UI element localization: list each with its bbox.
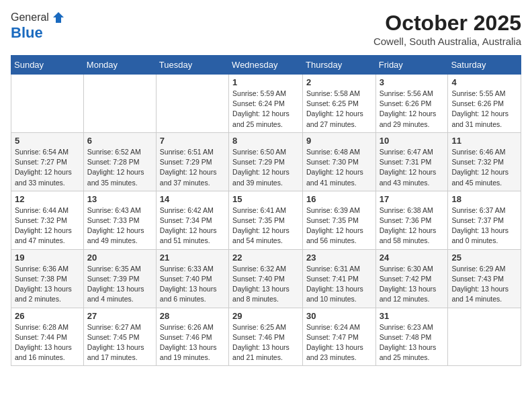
calendar-week-1: 1Sunrise: 5:59 AM Sunset: 6:24 PM Daylig… xyxy=(11,75,521,133)
cell-content: Sunrise: 6:42 AM Sunset: 7:34 PM Dayligh… xyxy=(160,205,225,246)
calendar-cell: 23Sunrise: 6:31 AM Sunset: 7:41 PM Dayli… xyxy=(303,249,376,308)
day-number: 23 xyxy=(306,253,372,263)
calendar-cell xyxy=(83,75,156,133)
cell-content: Sunrise: 6:54 AM Sunset: 7:27 PM Dayligh… xyxy=(15,147,80,188)
day-number: 1 xyxy=(232,77,299,87)
calendar-cell xyxy=(11,75,84,133)
cell-content: Sunrise: 6:37 AM Sunset: 7:37 PM Dayligh… xyxy=(451,205,517,246)
day-number: 31 xyxy=(380,311,445,321)
day-number: 18 xyxy=(451,194,517,204)
cell-content: Sunrise: 6:28 AM Sunset: 7:44 PM Dayligh… xyxy=(15,322,80,363)
calendar-cell xyxy=(448,308,521,366)
day-number: 20 xyxy=(87,253,152,263)
calendar-cell: 22Sunrise: 6:32 AM Sunset: 7:40 PM Dayli… xyxy=(229,249,303,308)
day-number: 9 xyxy=(306,136,372,146)
calendar-cell: 25Sunrise: 6:29 AM Sunset: 7:43 PM Dayli… xyxy=(448,249,521,308)
calendar-table: SundayMondayTuesdayWednesdayThursdayFrid… xyxy=(11,55,521,366)
header-day-wednesday: Wednesday xyxy=(229,56,303,75)
day-number: 4 xyxy=(451,77,517,87)
cell-content: Sunrise: 6:25 AM Sunset: 7:46 PM Dayligh… xyxy=(232,322,299,363)
cell-content: Sunrise: 6:30 AM Sunset: 7:42 PM Dayligh… xyxy=(380,264,445,305)
cell-content: Sunrise: 6:27 AM Sunset: 7:45 PM Dayligh… xyxy=(87,322,152,363)
calendar-cell: 30Sunrise: 6:24 AM Sunset: 7:47 PM Dayli… xyxy=(303,308,376,366)
cell-content: Sunrise: 6:44 AM Sunset: 7:32 PM Dayligh… xyxy=(15,205,80,246)
cell-content: Sunrise: 6:31 AM Sunset: 7:41 PM Dayligh… xyxy=(306,264,372,305)
header-day-friday: Friday xyxy=(375,56,448,75)
day-number: 15 xyxy=(232,194,299,204)
logo-general-text: General xyxy=(11,11,49,24)
calendar-cell: 12Sunrise: 6:44 AM Sunset: 7:32 PM Dayli… xyxy=(11,191,84,249)
calendar-cell: 6Sunrise: 6:52 AM Sunset: 7:28 PM Daylig… xyxy=(83,132,156,191)
calendar-week-2: 5Sunrise: 6:54 AM Sunset: 7:27 PM Daylig… xyxy=(11,132,521,191)
day-number: 22 xyxy=(232,253,299,263)
calendar-week-4: 19Sunrise: 6:36 AM Sunset: 7:38 PM Dayli… xyxy=(11,249,521,308)
header-day-saturday: Saturday xyxy=(448,56,521,75)
day-number: 6 xyxy=(87,136,152,146)
day-number: 13 xyxy=(87,194,152,204)
calendar-cell: 29Sunrise: 6:25 AM Sunset: 7:46 PM Dayli… xyxy=(229,308,303,366)
day-number: 26 xyxy=(15,311,80,321)
cell-content: Sunrise: 6:51 AM Sunset: 7:29 PM Dayligh… xyxy=(160,147,225,188)
svg-marker-0 xyxy=(53,12,64,23)
header-day-tuesday: Tuesday xyxy=(156,56,228,75)
header-day-thursday: Thursday xyxy=(303,56,376,75)
cell-content: Sunrise: 6:24 AM Sunset: 7:47 PM Dayligh… xyxy=(306,322,372,363)
calendar-cell: 27Sunrise: 6:27 AM Sunset: 7:45 PM Dayli… xyxy=(83,308,156,366)
header-day-sunday: Sunday xyxy=(11,56,84,75)
calendar-cell: 28Sunrise: 6:26 AM Sunset: 7:46 PM Dayli… xyxy=(156,308,228,366)
calendar-cell: 24Sunrise: 6:30 AM Sunset: 7:42 PM Dayli… xyxy=(375,249,448,308)
day-number: 28 xyxy=(160,311,225,321)
day-number: 27 xyxy=(87,311,152,321)
day-number: 12 xyxy=(15,194,80,204)
day-number: 2 xyxy=(306,77,372,87)
calendar-cell: 11Sunrise: 6:46 AM Sunset: 7:32 PM Dayli… xyxy=(448,132,521,191)
logo-icon xyxy=(52,11,65,24)
calendar-cell: 19Sunrise: 6:36 AM Sunset: 7:38 PM Dayli… xyxy=(11,249,84,308)
day-number: 25 xyxy=(451,253,517,263)
page-header: General Blue October 2025 Cowell, South … xyxy=(11,11,521,47)
title-block: October 2025 Cowell, South Australia, Au… xyxy=(373,11,521,47)
day-number: 19 xyxy=(15,253,80,263)
cell-content: Sunrise: 6:29 AM Sunset: 7:43 PM Dayligh… xyxy=(451,264,517,305)
day-number: 14 xyxy=(160,194,225,204)
cell-content: Sunrise: 6:43 AM Sunset: 7:33 PM Dayligh… xyxy=(87,205,152,246)
calendar-cell: 8Sunrise: 6:50 AM Sunset: 7:29 PM Daylig… xyxy=(229,132,303,191)
day-number: 11 xyxy=(451,136,517,146)
day-number: 5 xyxy=(15,136,80,146)
month-title: October 2025 xyxy=(373,11,521,36)
calendar-header-row: SundayMondayTuesdayWednesdayThursdayFrid… xyxy=(11,56,521,75)
day-number: 3 xyxy=(380,77,445,87)
cell-content: Sunrise: 6:39 AM Sunset: 7:35 PM Dayligh… xyxy=(306,205,372,246)
calendar-cell: 14Sunrise: 6:42 AM Sunset: 7:34 PM Dayli… xyxy=(156,191,228,249)
cell-content: Sunrise: 5:59 AM Sunset: 6:24 PM Dayligh… xyxy=(232,89,299,130)
day-number: 7 xyxy=(160,136,225,146)
calendar-cell: 5Sunrise: 6:54 AM Sunset: 7:27 PM Daylig… xyxy=(11,132,84,191)
cell-content: Sunrise: 6:41 AM Sunset: 7:35 PM Dayligh… xyxy=(232,205,299,246)
calendar-cell: 21Sunrise: 6:33 AM Sunset: 7:40 PM Dayli… xyxy=(156,249,228,308)
day-number: 17 xyxy=(380,194,445,204)
cell-content: Sunrise: 6:32 AM Sunset: 7:40 PM Dayligh… xyxy=(232,264,299,305)
cell-content: Sunrise: 6:46 AM Sunset: 7:32 PM Dayligh… xyxy=(451,147,517,188)
calendar-cell xyxy=(156,75,228,133)
calendar-cell: 17Sunrise: 6:38 AM Sunset: 7:36 PM Dayli… xyxy=(375,191,448,249)
calendar-cell: 15Sunrise: 6:41 AM Sunset: 7:35 PM Dayli… xyxy=(229,191,303,249)
logo: General Blue xyxy=(11,11,65,42)
calendar-cell: 10Sunrise: 6:47 AM Sunset: 7:31 PM Dayli… xyxy=(375,132,448,191)
day-number: 21 xyxy=(160,253,225,263)
cell-content: Sunrise: 6:23 AM Sunset: 7:48 PM Dayligh… xyxy=(380,322,445,363)
calendar-cell: 18Sunrise: 6:37 AM Sunset: 7:37 PM Dayli… xyxy=(448,191,521,249)
calendar-cell: 1Sunrise: 5:59 AM Sunset: 6:24 PM Daylig… xyxy=(229,75,303,133)
day-number: 30 xyxy=(306,311,372,321)
calendar-cell: 2Sunrise: 5:58 AM Sunset: 6:25 PM Daylig… xyxy=(303,75,376,133)
header-day-monday: Monday xyxy=(83,56,156,75)
day-number: 8 xyxy=(232,136,299,146)
cell-content: Sunrise: 6:52 AM Sunset: 7:28 PM Dayligh… xyxy=(87,147,152,188)
calendar-week-3: 12Sunrise: 6:44 AM Sunset: 7:32 PM Dayli… xyxy=(11,191,521,249)
calendar-cell: 3Sunrise: 5:56 AM Sunset: 6:26 PM Daylig… xyxy=(375,75,448,133)
calendar-cell: 7Sunrise: 6:51 AM Sunset: 7:29 PM Daylig… xyxy=(156,132,228,191)
cell-content: Sunrise: 6:26 AM Sunset: 7:46 PM Dayligh… xyxy=(160,322,225,363)
location-title: Cowell, South Australia, Australia xyxy=(373,36,521,47)
calendar-week-5: 26Sunrise: 6:28 AM Sunset: 7:44 PM Dayli… xyxy=(11,308,521,366)
day-number: 29 xyxy=(232,311,299,321)
day-number: 10 xyxy=(380,136,445,146)
